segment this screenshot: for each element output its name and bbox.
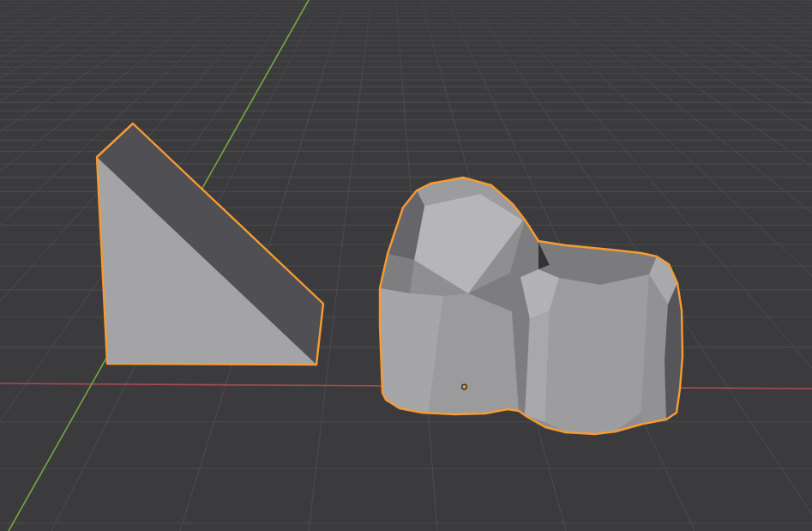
rock-origin-dot[interactable] bbox=[462, 384, 467, 389]
viewport-svg bbox=[0, 0, 812, 531]
rock-center-front-face[interactable] bbox=[429, 293, 519, 414]
viewport-3d[interactable] bbox=[0, 0, 812, 531]
rock-right-front-center-face[interactable] bbox=[545, 275, 649, 434]
